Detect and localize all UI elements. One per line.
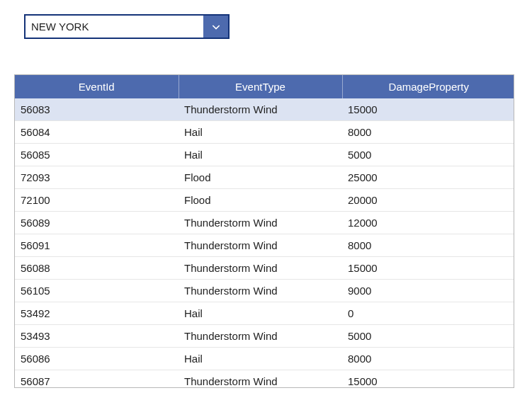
table-header-row: EventId EventType DamageProperty bbox=[15, 75, 514, 98]
table-row[interactable]: 56088Thunderstorm Wind15000 bbox=[15, 257, 514, 280]
table-row[interactable]: 56083Thunderstorm Wind15000 bbox=[15, 98, 514, 121]
table-row[interactable]: 56084Hail8000 bbox=[15, 121, 514, 144]
events-table: EventId EventType DamageProperty 56083Th… bbox=[15, 75, 514, 388]
cell-damageproperty: 8000 bbox=[342, 121, 514, 144]
chevron-down-icon[interactable] bbox=[203, 16, 228, 38]
column-header-eventtype[interactable]: EventType bbox=[179, 75, 342, 98]
cell-eventtype: Thunderstorm Wind bbox=[179, 280, 342, 302]
cell-eventtype: Thunderstorm Wind bbox=[179, 370, 342, 388]
cell-eventtype: Thunderstorm Wind bbox=[179, 257, 342, 280]
cell-eventid: 72100 bbox=[15, 189, 179, 212]
cell-eventtype: Thunderstorm Wind bbox=[179, 212, 342, 234]
cell-damageproperty: 5000 bbox=[342, 325, 514, 348]
events-table-container: EventId EventType DamageProperty 56083Th… bbox=[14, 74, 514, 388]
cell-eventtype: Hail bbox=[179, 144, 342, 166]
cell-eventid: 56091 bbox=[15, 234, 179, 257]
cell-eventtype: Hail bbox=[179, 121, 342, 144]
cell-eventid: 53492 bbox=[15, 302, 179, 325]
cell-eventid: 56084 bbox=[15, 121, 179, 144]
cell-damageproperty: 20000 bbox=[342, 189, 514, 212]
cell-eventid: 56088 bbox=[15, 257, 179, 280]
cell-eventid: 53493 bbox=[15, 325, 179, 348]
table-row[interactable]: 56089Thunderstorm Wind12000 bbox=[15, 212, 514, 234]
cell-damageproperty: 8000 bbox=[342, 234, 514, 257]
table-row[interactable]: 56087Thunderstorm Wind15000 bbox=[15, 370, 514, 388]
state-dropdown-label: NEW YORK bbox=[26, 16, 203, 38]
cell-damageproperty: 5000 bbox=[342, 144, 514, 166]
table-row[interactable]: 72093Flood25000 bbox=[15, 166, 514, 189]
cell-damageproperty: 15000 bbox=[342, 98, 514, 121]
cell-eventid: 56086 bbox=[15, 348, 179, 370]
cell-eventid: 56105 bbox=[15, 280, 179, 302]
table-row[interactable]: 53492Hail0 bbox=[15, 302, 514, 325]
cell-eventtype: Flood bbox=[179, 166, 342, 189]
cell-eventid: 56089 bbox=[15, 212, 179, 234]
cell-damageproperty: 0 bbox=[342, 302, 514, 325]
table-row[interactable]: 56085Hail5000 bbox=[15, 144, 514, 166]
cell-damageproperty: 8000 bbox=[342, 348, 514, 370]
cell-eventtype: Thunderstorm Wind bbox=[179, 234, 342, 257]
cell-damageproperty: 12000 bbox=[342, 212, 514, 234]
table-row[interactable]: 56091Thunderstorm Wind8000 bbox=[15, 234, 514, 257]
cell-eventid: 56083 bbox=[15, 98, 179, 121]
cell-damageproperty: 15000 bbox=[342, 370, 514, 388]
column-header-eventid[interactable]: EventId bbox=[15, 75, 179, 98]
table-row[interactable]: 56086Hail8000 bbox=[15, 348, 514, 370]
cell-eventid: 56085 bbox=[15, 144, 179, 166]
cell-eventtype: Thunderstorm Wind bbox=[179, 325, 342, 348]
table-row[interactable]: 56105Thunderstorm Wind9000 bbox=[15, 280, 514, 302]
table-row[interactable]: 53493Thunderstorm Wind5000 bbox=[15, 325, 514, 348]
cell-damageproperty: 9000 bbox=[342, 280, 514, 302]
cell-eventtype: Hail bbox=[179, 348, 342, 370]
cell-eventid: 56087 bbox=[15, 370, 179, 388]
state-dropdown[interactable]: NEW YORK bbox=[24, 14, 230, 39]
cell-eventtype: Hail bbox=[179, 302, 342, 325]
cell-damageproperty: 15000 bbox=[342, 257, 514, 280]
column-header-damageproperty[interactable]: DamageProperty bbox=[342, 75, 514, 98]
cell-eventtype: Thunderstorm Wind bbox=[179, 98, 342, 121]
cell-damageproperty: 25000 bbox=[342, 166, 514, 189]
cell-eventtype: Flood bbox=[179, 189, 342, 212]
table-row[interactable]: 72100Flood20000 bbox=[15, 189, 514, 212]
cell-eventid: 72093 bbox=[15, 166, 179, 189]
